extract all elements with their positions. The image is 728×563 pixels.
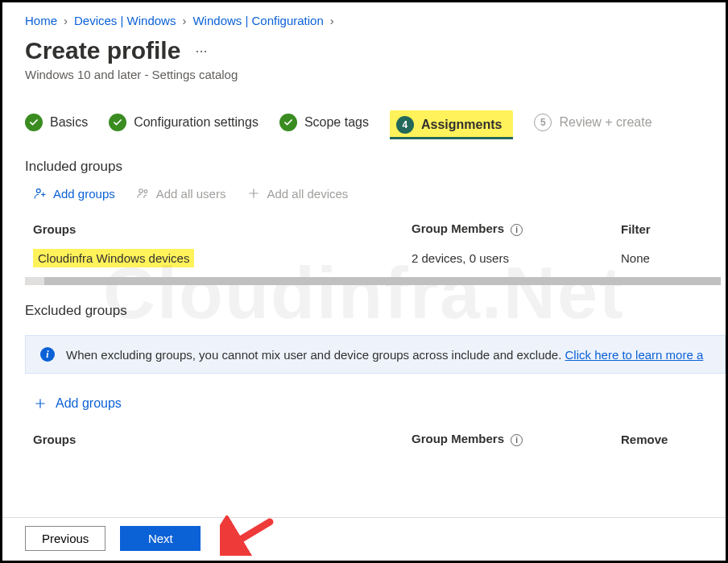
col-remove: Remove <box>621 433 726 446</box>
step-label: Basics <box>50 115 88 130</box>
step-basics[interactable]: Basics <box>25 114 88 136</box>
add-all-devices-button[interactable]: Add all devices <box>246 186 348 201</box>
step-review: 5 Review + create <box>534 114 651 136</box>
breadcrumb: Home › Devices | Windows › Windows | Con… <box>25 14 726 27</box>
learn-more-link[interactable]: Click here to learn more a <box>565 348 704 362</box>
svg-point-2 <box>144 190 147 193</box>
info-text: When excluding groups, you cannot mix us… <box>66 348 565 362</box>
people-icon <box>136 186 151 201</box>
included-groups-heading: Included groups <box>25 159 726 175</box>
table-row[interactable]: Cloudinfra Windows devices 2 devices, 0 … <box>25 242 726 274</box>
info-callout: i When excluding groups, you cannot mix … <box>25 335 726 374</box>
info-icon[interactable]: i <box>511 434 523 446</box>
step-label: Review + create <box>559 115 651 130</box>
included-table-head: Groups Group Members i Filter <box>25 215 726 242</box>
previous-button[interactable]: Previous <box>25 526 105 551</box>
check-icon <box>29 118 39 127</box>
svg-point-0 <box>36 189 40 193</box>
add-groups-excluded-label: Add groups <box>56 396 122 411</box>
page-subtitle: Windows 10 and later - Settings catalog <box>25 68 726 81</box>
info-icon[interactable]: i <box>511 224 523 236</box>
col-filter: Filter <box>621 222 726 236</box>
add-groups-button[interactable]: Add groups <box>33 186 115 201</box>
col-groups: Groups <box>33 222 412 236</box>
excluded-groups-heading: Excluded groups <box>25 303 726 319</box>
check-icon <box>113 118 122 127</box>
page-title: Create profile <box>25 37 180 64</box>
chevron-right-icon: › <box>64 14 68 27</box>
step-config[interactable]: Configuration settings <box>109 114 259 136</box>
included-toolbar: Add groups Add all users Add all devices <box>33 186 726 201</box>
svg-point-1 <box>139 189 143 193</box>
add-groups-label: Add groups <box>53 187 115 201</box>
step-number: 5 <box>534 114 552 131</box>
excluded-table-head: Groups Group Members i Remove <box>25 425 726 453</box>
scrollbar[interactable] <box>25 277 721 285</box>
col-members: Group Members i <box>412 432 621 446</box>
step-label: Scope tags <box>304 115 369 130</box>
person-add-icon <box>33 186 48 201</box>
step-indicator: Basics Configuration settings Scope tags… <box>25 110 726 139</box>
step-assignments[interactable]: 4 Assignments <box>390 110 513 139</box>
col-members: Group Members i <box>412 221 621 236</box>
chevron-right-icon: › <box>330 14 334 27</box>
add-all-devices-label: Add all devices <box>267 187 348 201</box>
group-name: Cloudinfra Windows devices <box>33 249 194 267</box>
crumb-devices[interactable]: Devices | Windows <box>74 14 176 27</box>
more-actions-button[interactable]: ··· <box>195 43 207 60</box>
add-groups-excluded-button[interactable]: Add groups <box>33 396 726 411</box>
step-number: 4 <box>396 116 414 134</box>
info-icon: i <box>40 347 55 362</box>
add-all-users-label: Add all users <box>156 187 226 201</box>
group-members: 2 devices, 0 users <box>412 251 621 265</box>
step-label: Assignments <box>421 118 502 132</box>
crumb-windows[interactable]: Windows | Configuration <box>192 14 323 27</box>
next-button[interactable]: Next <box>120 526 201 551</box>
plus-icon <box>33 396 48 411</box>
step-label: Configuration settings <box>134 115 259 130</box>
plus-icon <box>246 186 261 201</box>
step-scope[interactable]: Scope tags <box>279 114 369 136</box>
check-icon <box>283 118 293 127</box>
wizard-footer: Previous Next <box>2 517 726 561</box>
crumb-home[interactable]: Home <box>25 14 57 27</box>
group-filter: None <box>621 251 726 265</box>
add-all-users-button[interactable]: Add all users <box>136 186 226 201</box>
chevron-right-icon: › <box>182 14 186 27</box>
col-groups: Groups <box>33 433 412 446</box>
